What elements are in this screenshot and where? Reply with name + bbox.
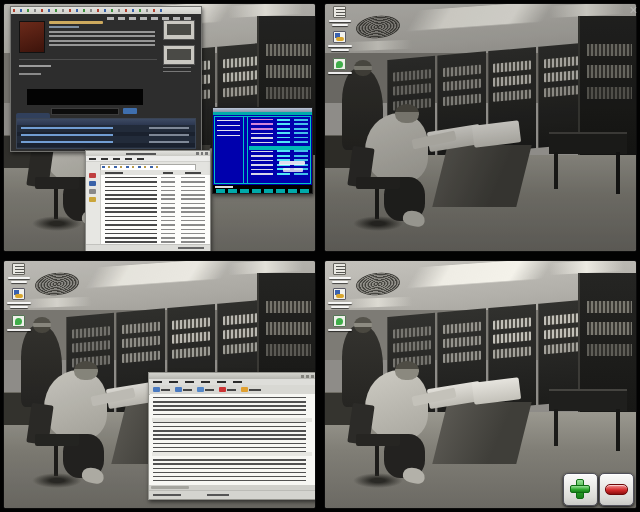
right-panel-names	[251, 133, 273, 177]
file-size-column	[161, 177, 175, 243]
menu-items	[89, 158, 147, 160]
chair-base	[32, 216, 82, 231]
text-editor-window[interactable]	[148, 372, 315, 500]
dos-file-manager-window[interactable]	[212, 107, 313, 194]
icon-label-line	[328, 72, 352, 74]
plus-icon	[570, 479, 590, 499]
file-date-column	[181, 177, 205, 243]
form-label	[19, 73, 41, 75]
toolbar-icon-red	[219, 387, 226, 392]
chair-pole	[54, 446, 59, 476]
place-icon	[89, 189, 96, 194]
table-leg	[554, 409, 558, 446]
green-app-icon	[12, 315, 25, 327]
window-buttons	[196, 152, 208, 155]
workspace-preview-1[interactable]	[4, 4, 315, 251]
thread-list-table	[16, 118, 196, 149]
browser-toolbar	[11, 7, 201, 14]
file-name-column	[105, 177, 157, 243]
icon-label-line	[7, 329, 31, 331]
scrollbar-thumb	[151, 486, 189, 489]
table-leg	[616, 409, 620, 451]
console-desk	[432, 145, 531, 207]
desktop-icon-app-blue	[328, 31, 354, 55]
desktop-icon-app-green	[328, 315, 354, 339]
status-text	[178, 247, 204, 249]
close-icon[interactable]	[629, 6, 637, 14]
highlighted-row	[152, 452, 312, 456]
icon-label-line	[332, 281, 348, 283]
icon-label-line	[328, 329, 352, 331]
chair-pole	[54, 189, 59, 219]
info-text	[279, 161, 305, 165]
right-table	[549, 389, 627, 411]
file-manager-window[interactable]	[85, 150, 211, 251]
form-label	[19, 65, 51, 67]
workspace-preview-3[interactable]	[4, 261, 315, 508]
divider	[19, 59, 157, 60]
info-text	[283, 168, 303, 172]
bookmark-favicons	[13, 9, 163, 12]
spoiler-black-block	[27, 89, 143, 105]
chair-base	[353, 216, 403, 231]
sidebar-thumbnail	[163, 20, 195, 40]
remove-workspace-button[interactable]	[599, 473, 634, 506]
icon-label-line	[331, 306, 349, 308]
toolbar-icon-blue	[197, 387, 204, 392]
panel-divider	[243, 117, 244, 183]
icon-label-line	[8, 277, 30, 279]
dos-panels	[213, 115, 312, 185]
toolbar-icon-orange	[241, 387, 248, 392]
log-text-lines	[153, 397, 306, 482]
breadcrumb-segments	[102, 166, 162, 169]
icon-label-line	[332, 24, 348, 26]
desktop-icon-app-green	[328, 58, 354, 82]
add-workspace-button[interactable]	[563, 473, 598, 506]
place-icon	[89, 197, 96, 202]
icon-label-line	[328, 302, 352, 304]
browser-forum-window[interactable]	[10, 6, 202, 152]
reply-input	[51, 108, 119, 115]
wallpaper-pdp11-photo	[325, 261, 636, 508]
status-text	[207, 494, 229, 496]
chair-base	[353, 473, 403, 488]
chair-seat	[356, 177, 400, 189]
toolbar-icon-blue	[175, 387, 182, 392]
desktop-icon-documents	[7, 263, 33, 287]
highlighted-row	[152, 418, 312, 422]
toolbar-label	[227, 389, 236, 391]
column-date	[185, 172, 201, 174]
status-text	[153, 494, 181, 496]
selection-bar	[249, 146, 310, 150]
place-icon	[89, 173, 96, 178]
right-panel-marked-entries	[251, 119, 273, 132]
log-text-area	[150, 394, 315, 486]
icon-label-line	[11, 281, 27, 283]
desktop-icon-app-blue	[7, 288, 33, 312]
toolbar-label	[249, 389, 261, 391]
table-leg	[616, 152, 620, 194]
green-app-icon	[333, 58, 346, 70]
icon-label-line	[10, 306, 28, 308]
workspace-overview	[0, 0, 640, 512]
column-name	[105, 172, 123, 174]
panel-divider	[247, 117, 248, 183]
chair-seat	[35, 434, 79, 446]
icon-label-line	[329, 277, 351, 279]
desktop-icon-documents	[328, 6, 354, 30]
console-desk	[432, 402, 531, 464]
workspace-preview-4[interactable]	[325, 261, 636, 508]
sidebar-thumbnail	[163, 45, 195, 65]
window-buttons	[301, 375, 314, 378]
document-list-icon	[333, 263, 346, 275]
document-list-icon	[12, 263, 25, 275]
chair-seat	[356, 434, 400, 446]
table-leg	[554, 152, 558, 189]
desktop-icon-app-blue	[328, 288, 354, 312]
forum-post-title	[49, 21, 103, 24]
menu-items	[153, 381, 249, 383]
icon-label-line	[7, 302, 31, 304]
workspace-preview-2[interactable]	[325, 4, 636, 251]
green-app-icon	[333, 315, 346, 327]
file-list	[101, 175, 210, 245]
